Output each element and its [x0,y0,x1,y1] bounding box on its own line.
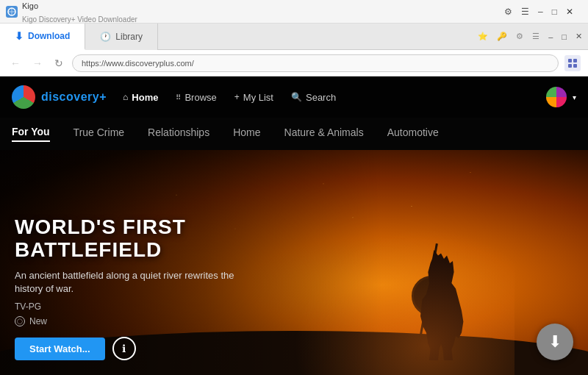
svg-rect-2 [573,59,577,63]
category-nav: For You True Crime Relationships Home Na… [0,118,588,150]
new-circle-icon: ◯ [15,316,25,326]
nav-right: ▾ [546,87,576,107]
discovery-logo-text: discovery+ [41,90,107,104]
hero-title: WORLD'S FIRST BATTLEFIELD [15,216,235,262]
extensions-icon[interactable] [564,55,581,71]
title-bar: Kigo Kigo Discovery+ Video Downloader ⚙ … [0,0,588,24]
category-relationships[interactable]: Relationships [148,126,209,141]
settings-tab-icon[interactable]: ⚙ [516,32,523,41]
content-area: discovery+ ⌂ Home ⠿ Browse + My List 🔍 S… [0,76,588,375]
tab-download-label: Download [28,31,70,41]
browse-nav-icon: ⠿ [176,93,181,101]
hero-section: WORLD'S FIRST BATTLEFIELD An ancient bat… [0,150,588,375]
close-tab-btn[interactable]: ✕ [576,32,582,41]
maximize-btn[interactable]: □ [552,7,557,16]
fav-icon[interactable]: ⭐ [478,32,488,41]
nav-link-search[interactable]: 🔍 Search [290,89,337,106]
download-fab-icon: ⬇ [548,332,562,351]
app-subtitle: Kigo Discovery+ Video Downloader [22,15,137,24]
avatar[interactable] [546,87,567,107]
svg-rect-4 [573,64,577,68]
lock-icon[interactable]: 🔑 [497,32,507,41]
svg-rect-3 [568,64,572,68]
settings-btn[interactable]: ⚙ [504,7,512,16]
logo-circle-icon [12,85,35,109]
nav-link-home[interactable]: ⌂ Home [121,89,159,106]
nav-back-btn[interactable]: ← [7,56,24,71]
close-btn[interactable]: ✕ [566,7,573,16]
start-watch-button[interactable]: Start Watch... [15,338,105,360]
info-icon: ℹ [122,343,126,354]
nav-link-browse[interactable]: ⠿ Browse [174,89,218,106]
nav-link-browse-label: Browse [184,92,216,103]
nav-link-search-label: Search [306,92,336,103]
app-name: Kigo [22,1,38,10]
home-nav-icon: ⌂ [123,92,128,102]
minimize-tab-btn[interactable]: – [548,32,553,41]
hero-title-line2: BATTLEFIELD [15,239,235,262]
library-tab-icon: 🕐 [100,32,111,42]
info-button[interactable]: ℹ [112,337,136,360]
nav-forward-btn[interactable]: → [29,56,46,71]
chevron-down-icon[interactable]: ▾ [573,93,576,101]
title-bar-left: Kigo Kigo Discovery+ Video Downloader [6,0,504,25]
hero-new-badge: ◯ New [15,316,235,326]
mylist-nav-icon: + [234,92,240,102]
hero-new-label: New [29,316,47,326]
category-home[interactable]: Home [233,126,260,141]
tab-library-label: Library [115,32,143,42]
menu-tab-icon[interactable]: ☰ [532,32,539,41]
search-nav-icon: 🔍 [291,92,302,102]
window-controls: ⚙ ☰ – □ ✕ [504,7,582,16]
hero-content: WORLD'S FIRST BATTLEFIELD An ancient bat… [15,216,235,360]
category-nature-animals[interactable]: Nature & Animals [284,126,364,141]
category-true-crime[interactable]: True Crime [74,126,125,141]
minimize-btn[interactable]: – [538,7,543,16]
tab-library[interactable]: 🕐 Library [85,24,158,50]
maximize-tab-btn[interactable]: □ [562,32,567,41]
nav-link-mylist-label: My List [243,92,273,103]
hero-title-line1: WORLD'S FIRST [15,216,235,239]
hero-buttons: Start Watch... ℹ [15,337,235,360]
hero-rating: TV-PG [15,301,235,312]
discovery-nav-links: ⌂ Home ⠿ Browse + My List 🔍 Search [121,89,546,106]
discovery-logo: discovery+ [12,85,107,109]
app-title-group: Kigo Kigo Discovery+ Video Downloader [22,0,137,25]
tab-download[interactable]: ⬇ Download [0,24,85,50]
nav-link-mylist[interactable]: + My List [233,89,275,106]
url-input[interactable]: https://www.discoveryplus.com/ [72,54,559,72]
menu-btn[interactable]: ☰ [521,7,529,16]
url-text: https://www.discoveryplus.com/ [82,59,194,68]
category-for-you[interactable]: For You [12,126,50,142]
category-automotive[interactable]: Automotive [387,126,439,141]
download-tab-icon: ⬇ [15,30,24,42]
nav-refresh-btn[interactable]: ↻ [51,56,66,71]
tabs-bar: ⬇ Download 🕐 Library ⭐ 🔑 ⚙ ☰ – □ ✕ [0,24,588,50]
nav-link-home-label: Home [132,92,158,103]
address-bar: ← → ↻ https://www.discoveryplus.com/ [0,50,588,76]
app-icon [6,6,18,18]
hero-description: An ancient battlefield along a quiet riv… [15,269,235,296]
download-fab-button[interactable]: ⬇ [537,324,573,360]
svg-rect-1 [568,59,572,63]
discovery-nav: discovery+ ⌂ Home ⠿ Browse + My List 🔍 S… [0,76,588,118]
